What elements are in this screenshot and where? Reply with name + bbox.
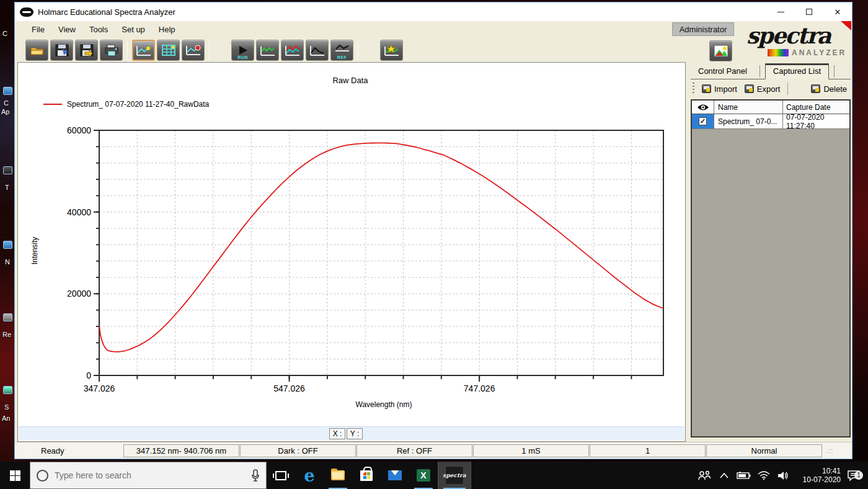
battery-icon[interactable]	[735, 472, 753, 480]
date-column-header[interactable]: Capture Date	[783, 101, 849, 114]
tab-captured-list[interactable]: Captured List	[765, 63, 829, 79]
spectrum-name-cell[interactable]: Spectrum_ 07-0...	[714, 114, 783, 128]
tab-separator	[834, 65, 835, 78]
svg-text:0: 0	[86, 370, 91, 380]
cursor-y-button[interactable]: Y :	[347, 428, 363, 439]
desktop-icon-label[interactable]: C	[2, 30, 7, 37]
menu-file[interactable]: File	[25, 22, 51, 37]
desktop-icon[interactable]	[3, 87, 12, 95]
maximize-button[interactable]	[795, 2, 823, 21]
menu-bar: File View Tools Set up Help Administrato…	[15, 21, 852, 38]
save-button[interactable]	[50, 40, 73, 61]
overlay-spectra-button[interactable]	[281, 40, 304, 61]
export-button[interactable]: Export	[741, 83, 784, 96]
delete-button[interactable]: Delete	[807, 83, 851, 96]
resize-grip[interactable]: .::	[826, 447, 833, 454]
tray-chevron-icon[interactable]	[715, 473, 733, 478]
desktop-icon-label[interactable]: Re	[2, 331, 11, 338]
table-view-icon	[161, 44, 176, 56]
print-button[interactable]	[100, 40, 123, 61]
desktop-icon-label[interactable]: C	[4, 99, 9, 107]
table-row[interactable]: ✓ Spectrum_ 07-0... 07-07-2020 11:27:40	[692, 114, 849, 129]
delete-icon	[811, 84, 820, 93]
desktop-icon-label[interactable]: Ap	[1, 108, 9, 115]
save-floppy-icon	[55, 44, 69, 56]
record-graph-icon	[185, 44, 202, 56]
menu-tools[interactable]: Tools	[82, 22, 115, 37]
visibility-checkbox[interactable]: ✓	[699, 117, 707, 125]
app-window: Holmarc Educational Spectra Analyzer ✕ F…	[14, 2, 852, 459]
mail-button[interactable]	[381, 462, 409, 489]
action-center-button[interactable]: 1	[843, 470, 864, 481]
task-view-button[interactable]	[267, 462, 295, 489]
desktop-icon[interactable]	[3, 386, 12, 394]
export-label: Export	[757, 84, 781, 94]
save-export-icon	[80, 44, 94, 56]
edge-button[interactable]: e	[295, 462, 324, 489]
status-bar: Ready 347.152 nm- 940.706 nm Dark : OFF …	[15, 442, 852, 459]
menu-view[interactable]: View	[51, 22, 82, 37]
desktop-icon[interactable]	[3, 241, 12, 249]
excel-icon: X	[417, 469, 430, 482]
save-as-button[interactable]	[75, 40, 98, 61]
spectrum-plot[interactable]: 0200004000060000347.026547.026747.026	[18, 63, 685, 441]
capture-date-cell[interactable]: 07-07-2020 11:27:40	[783, 114, 849, 128]
status-dark: Dark : OFF	[240, 444, 356, 457]
menu-setup[interactable]: Set up	[115, 22, 152, 37]
record-graph-button[interactable]	[182, 40, 205, 61]
chart-title: Raw Data	[304, 76, 397, 85]
desktop-icon[interactable]	[3, 313, 12, 321]
start-button[interactable]	[0, 462, 30, 489]
window-title: Holmarc Educational Spectra Analyzer	[38, 7, 175, 17]
cursor-x-button[interactable]: X :	[329, 428, 345, 439]
menu-help[interactable]: Help	[152, 22, 182, 37]
table-view-button[interactable]	[157, 40, 180, 61]
y-axis-label: Intensity	[30, 223, 39, 279]
excel-button[interactable]: X	[409, 462, 438, 489]
search-input[interactable]	[55, 470, 245, 480]
cursor-readout-strip: X : Y :	[19, 426, 684, 440]
desktop-icon-label[interactable]: T	[5, 184, 9, 191]
panel-tabs: Control Panel Captured List	[691, 63, 851, 79]
brand-logo-subtext: ANALYZER	[792, 48, 846, 57]
dark-spectrum-button[interactable]	[306, 40, 329, 61]
file-explorer-button[interactable]	[324, 462, 352, 489]
star-chart-icon	[384, 44, 400, 56]
close-button[interactable]: ✕	[823, 2, 852, 21]
spectra-app-button[interactable]: spectra	[438, 462, 471, 489]
import-button[interactable]: Import	[698, 83, 741, 96]
desktop-icon-label[interactable]: S	[4, 403, 9, 411]
maximize-icon	[806, 9, 812, 15]
desktop-icon[interactable]	[3, 166, 12, 174]
tab-control-panel[interactable]: Control Panel	[691, 64, 755, 79]
status-integration-time: 1 mS	[473, 444, 589, 457]
microsoft-store-button[interactable]	[352, 462, 381, 489]
snapshot-button[interactable]	[709, 40, 732, 61]
peak-marker-button[interactable]	[380, 40, 403, 61]
svg-text:60000: 60000	[67, 125, 91, 135]
people-icon[interactable]	[696, 470, 713, 480]
live-spectrum-button[interactable]	[256, 40, 279, 61]
taskbar-search[interactable]	[30, 462, 267, 489]
captured-list-table: Name Capture Date ✓ Spectrum_ 07-0... 07…	[691, 99, 851, 437]
graph-view-button[interactable]	[132, 40, 155, 61]
wifi-icon[interactable]	[755, 471, 773, 480]
taskbar-clock[interactable]: 10:41 10-07-2020	[795, 467, 841, 484]
run-button[interactable]: RUN	[231, 40, 254, 61]
minimize-button[interactable]	[766, 2, 795, 21]
open-file-button[interactable]	[25, 40, 48, 61]
eye-icon	[697, 104, 709, 111]
desktop-icon-label[interactable]: N	[5, 258, 10, 266]
task-view-icon	[275, 471, 286, 480]
status-average: 1	[590, 444, 706, 457]
toolbar-separator	[209, 41, 210, 60]
microphone-icon[interactable]	[251, 469, 260, 482]
visibility-cell[interactable]: ✓	[692, 114, 714, 128]
visibility-column-header[interactable]	[692, 101, 714, 114]
volume-icon[interactable]	[775, 471, 792, 480]
right-panel: Control Panel Captured List Import Expor…	[691, 63, 851, 442]
reference-spectrum-button[interactable]: REF	[330, 40, 353, 61]
name-column-header[interactable]: Name	[714, 101, 783, 114]
legend-series-name: Spectrum_ 07-07-2020 11-27-40_RawData	[67, 100, 209, 109]
desktop-icon-label[interactable]: An	[2, 415, 10, 422]
